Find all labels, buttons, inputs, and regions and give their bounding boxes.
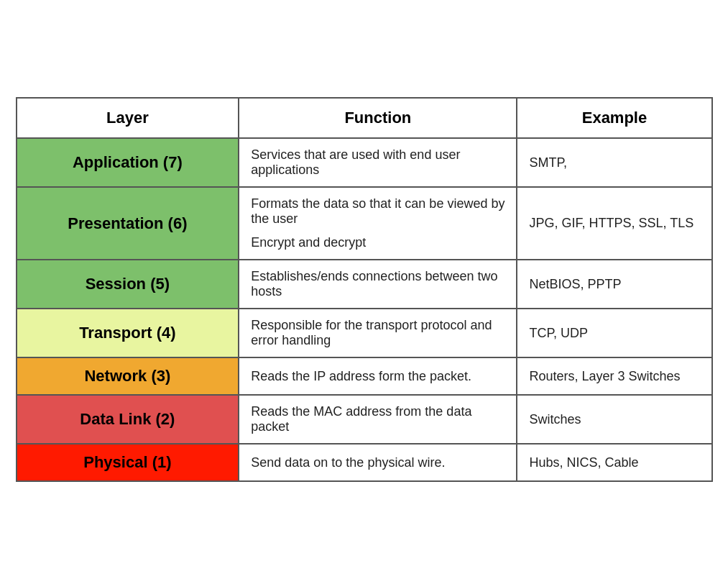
function-cell-net: Reads the IP address form the packet. [239, 357, 517, 395]
table-header-row: Layer Function Example [17, 98, 712, 138]
table-row: Network (3)Reads the IP address form the… [17, 357, 712, 395]
layer-cell-pres: Presentation (6) [17, 187, 239, 260]
function-cell-trans: Responsible for the transport protocol a… [239, 309, 517, 357]
function-cell-data: Reads the MAC address from the data pack… [239, 395, 517, 444]
table-row: Application (7)Services that are used wi… [17, 138, 712, 187]
main-container: Layer Function Example Application (7)Se… [0, 0, 728, 579]
function-cell-sess: Establishes/ends connections between two… [239, 260, 517, 309]
table-row: Physical (1)Send data on to the physical… [17, 444, 712, 481]
layer-cell-trans: Transport (4) [17, 309, 239, 357]
header-example: Example [517, 98, 711, 138]
table-row: Transport (4)Responsible for the transpo… [17, 309, 712, 357]
example-cell-app: SMTP, [517, 138, 711, 187]
example-cell-trans: TCP, UDP [517, 309, 711, 357]
function-cell-app: Services that are used with end user app… [239, 138, 517, 187]
function-cell-phys: Send data on to the physical wire. [239, 444, 517, 481]
osi-table: Layer Function Example Application (7)Se… [16, 97, 713, 482]
example-cell-sess: NetBIOS, PPTP [517, 260, 711, 309]
header-function: Function [239, 98, 517, 138]
header-layer: Layer [17, 98, 239, 138]
layer-cell-app: Application (7) [17, 138, 239, 187]
example-cell-pres: JPG, GIF, HTTPS, SSL, TLS [517, 187, 711, 260]
table-row: Presentation (6)Formats the data so that… [17, 187, 712, 260]
example-cell-data: Switches [517, 395, 711, 444]
table-row: Session (5)Establishes/ends connections … [17, 260, 712, 309]
example-cell-net: Routers, Layer 3 Switches [517, 357, 711, 395]
layer-cell-data: Data Link (2) [17, 395, 239, 444]
example-cell-phys: Hubs, NICS, Cable [517, 444, 711, 481]
table-row: Data Link (2)Reads the MAC address from … [17, 395, 712, 444]
layer-cell-sess: Session (5) [17, 260, 239, 309]
layer-cell-net: Network (3) [17, 357, 239, 395]
function-cell-pres: Formats the data so that it can be viewe… [239, 187, 517, 260]
layer-cell-phys: Physical (1) [17, 444, 239, 481]
